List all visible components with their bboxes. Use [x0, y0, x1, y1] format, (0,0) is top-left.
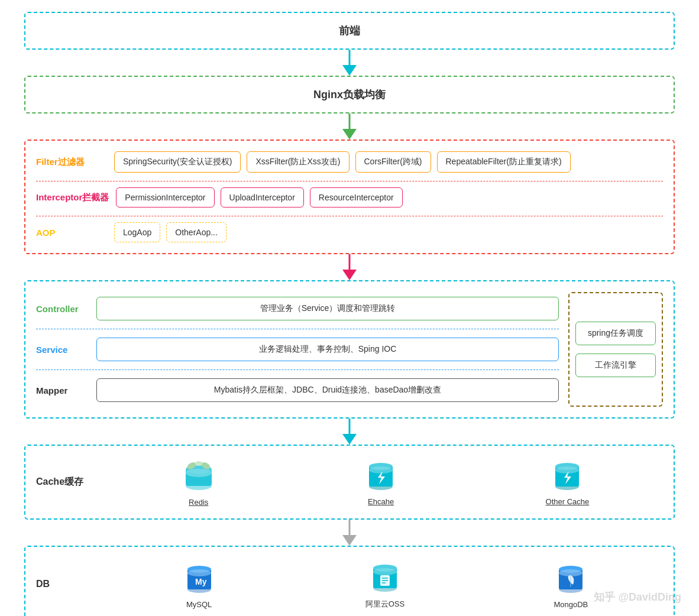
aop-item-0: LogAop — [114, 222, 160, 242]
svg-point-18 — [369, 466, 393, 474]
ehcache-item: Ehcahe — [364, 458, 398, 506]
nginx-title: Nginx负载均衡 — [313, 89, 386, 100]
interceptor-row: Interceptor拦截器 PermissionInterceptor Upl… — [36, 187, 663, 208]
filter-section: Filter过滤器 SpringSecurity(安全认证授权) XssFilt… — [24, 140, 675, 254]
interceptor-label: Interceptor拦截器 — [36, 192, 109, 203]
cache-label: Cache缓存 — [36, 476, 107, 488]
filter-item-0: SpringSecurity(安全认证授权) — [114, 151, 241, 173]
spring-scheduler-box: spring任务调度 — [575, 322, 656, 345]
aop-items: LogAop OtherAop... — [114, 222, 663, 242]
aliyun-oss-label: 阿里云OSS — [365, 599, 404, 609]
mysql-icon: My — [182, 560, 217, 595]
arrow-nginx-to-filter — [24, 114, 675, 140]
arrow-frontend-to-nginx — [24, 50, 675, 76]
controller-divider — [36, 329, 559, 329]
ehcache-icon — [364, 458, 398, 492]
backend-side-panel: spring任务调度 工作流引擎 — [568, 292, 663, 407]
service-row: Service 业务逻辑处理、事务控制、Sping IOC — [36, 333, 559, 366]
interceptor-items: PermissionInterceptor UploadInterceptor … — [116, 187, 663, 208]
svg-marker-5 — [342, 270, 357, 280]
db-label: DB — [36, 579, 107, 589]
aop-row: AOP LogAop OtherAop... — [36, 222, 663, 242]
filter-item-2: CorsFilter(跨域) — [355, 151, 431, 173]
mongodb-icon — [553, 560, 588, 595]
svg-marker-7 — [342, 434, 357, 445]
aliyun-oss-icon — [367, 559, 403, 594]
nginx-box: Nginx负载均衡 — [24, 76, 675, 114]
svg-point-30 — [187, 569, 211, 576]
db-section: DB My MySQL — [24, 546, 675, 616]
filter-items: SpringSecurity(安全认证授权) XssFilter(防止Xss攻击… — [114, 151, 663, 173]
filter-divider — [36, 181, 663, 181]
controller-content: 管理业务（Service）调度和管理跳转 — [96, 297, 559, 320]
watermark: 知乎 @DavidDing — [594, 590, 681, 604]
filter-item-1: XssFilter(防止Xss攻击) — [247, 151, 349, 173]
cache-items-container: Redis Ehcahe — [107, 458, 663, 507]
aop-item-1: OtherAop... — [166, 222, 226, 242]
redis-icon — [181, 458, 216, 493]
filter-row: Filter过滤器 SpringSecurity(安全认证授权) XssFilt… — [36, 151, 663, 173]
redis-label: Redis — [189, 498, 208, 507]
arrow-backend-to-cache — [24, 419, 675, 445]
service-content: 业务逻辑处理、事务控制、Sping IOC — [96, 338, 559, 361]
controller-label: Controller — [36, 304, 89, 314]
svg-point-35 — [373, 568, 397, 575]
interceptor-item-2: ResourceInterceptor — [310, 187, 403, 208]
aop-label: AOP — [36, 228, 107, 238]
mysql-item: My MySQL — [182, 560, 217, 609]
controller-row: Controller 管理业务（Service）调度和管理跳转 — [36, 292, 559, 325]
db-items-container: My MySQL 阿里云OSS — [107, 559, 663, 609]
architecture-diagram: 前端 Nginx负载均衡 Filter过滤器 SpringSecurity(安全… — [24, 12, 675, 616]
workflow-box: 工作流引擎 — [575, 354, 656, 377]
mapper-row: Mapper Mybatis持久层框架、JDBC、Druid连接池、baseDa… — [36, 374, 559, 407]
svg-point-23 — [555, 466, 579, 474]
redis-item: Redis — [181, 458, 216, 507]
svg-text:My: My — [195, 577, 207, 586]
ehcache-label: Ehcahe — [368, 497, 394, 506]
svg-point-11 — [186, 469, 212, 477]
arrow-filter-to-backend — [24, 254, 675, 280]
mapper-label: Mapper — [36, 385, 89, 395]
mongodb-label: MongoDB — [554, 600, 588, 609]
mysql-label: MySQL — [186, 600, 212, 609]
filter-item-3: RepeatableFilter(防止重复请求) — [437, 151, 571, 173]
backend-main: Controller 管理业务（Service）调度和管理跳转 Service … — [36, 292, 559, 407]
mongodb-item: MongoDB — [553, 560, 588, 609]
backend-section: Controller 管理业务（Service）调度和管理跳转 Service … — [24, 280, 675, 419]
mapper-content: Mybatis持久层框架、JDBC、Druid连接池、baseDao增删改查 — [96, 378, 559, 402]
service-label: Service — [36, 345, 89, 355]
service-divider — [36, 369, 559, 370]
aliyun-oss-item: 阿里云OSS — [365, 559, 404, 609]
interceptor-divider — [36, 216, 663, 216]
svg-marker-3 — [342, 129, 357, 140]
svg-marker-1 — [342, 65, 357, 76]
cache-section: Cache缓存 Redis — [24, 445, 675, 520]
interceptor-item-1: UploadInterceptor — [221, 187, 304, 208]
filter-label: Filter过滤器 — [36, 157, 107, 168]
frontend-box: 前端 — [24, 12, 675, 50]
frontend-title: 前端 — [339, 25, 360, 37]
other-cache-item: Other Cache — [546, 458, 590, 506]
other-cache-label: Other Cache — [546, 497, 590, 506]
arrow-cache-to-db — [24, 520, 675, 546]
svg-point-14 — [195, 461, 202, 466]
interceptor-item-0: PermissionInterceptor — [116, 187, 214, 208]
svg-marker-26 — [342, 535, 357, 546]
other-cache-icon — [550, 458, 584, 492]
